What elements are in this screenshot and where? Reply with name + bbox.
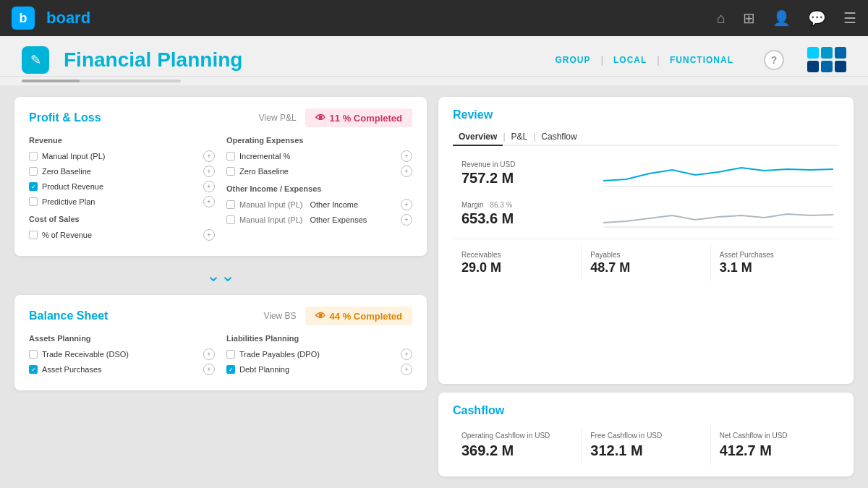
- op-cf-value: 369.2 M: [461, 442, 572, 459]
- pl-item-manual: Manual Input (PL) +: [29, 150, 215, 162]
- pl-label-zero: Zero Baseline: [42, 167, 199, 176]
- margin-label: Margin 86.3 %: [461, 201, 589, 209]
- pl-actions: View P&L 👁 11 % Completed: [259, 108, 412, 127]
- users-icon[interactable]: 👤: [773, 9, 791, 27]
- cb-asset-purchases[interactable]: ✓: [29, 365, 38, 374]
- app-grid: [807, 47, 846, 72]
- cb-zero[interactable]: [29, 167, 38, 176]
- rtab-pl[interactable]: P&L: [506, 129, 534, 145]
- cost-section: Cost of Sales % of Revenue +: [29, 215, 215, 241]
- cashflow-card: Cashflow Operating Cashflow in USD 369.2…: [438, 393, 854, 476]
- tab-local[interactable]: LOCAL: [603, 52, 657, 68]
- bs-view-link[interactable]: View BS: [263, 311, 296, 321]
- bs-label-trade-recv: Trade Receivable (DSO): [42, 350, 199, 359]
- pl-item-revenue-pct: % of Revenue +: [29, 229, 215, 241]
- cb-other-income[interactable]: [226, 200, 235, 209]
- pl-btn-revenue-pct[interactable]: +: [203, 229, 215, 241]
- logo-box: b: [12, 7, 35, 30]
- pl-label-manual: Manual Input (PL): [42, 152, 199, 160]
- bs-item-trade-recv: Trade Receivable (DSO) +: [29, 348, 215, 360]
- bs-item-debt-planning: ✓ Debt Planning +: [226, 364, 412, 375]
- dot-5: [821, 61, 833, 72]
- bs-btn-debt-planning[interactable]: +: [401, 364, 412, 375]
- main-content: Profit & Loss View P&L 👁 11 % Completed …: [0, 85, 868, 488]
- cb-revenue-pct[interactable]: [29, 231, 38, 239]
- scroll-hint: [0, 77, 868, 85]
- pl-btn-other-income[interactable]: +: [401, 199, 412, 210]
- bs-btn-trade-payables[interactable]: +: [401, 348, 412, 360]
- review-tabs: Overview | P&L | Cashflow: [453, 129, 839, 146]
- cb-other-expenses[interactable]: [226, 215, 235, 224]
- tab-functional[interactable]: FUNCTIONAL: [660, 52, 744, 68]
- revenue-metric-label: Revenue in USD: [461, 160, 589, 168]
- nav-icons: ⌂ ⊞ 👤 💬 ☰: [717, 9, 856, 27]
- dot-6: [835, 61, 846, 72]
- cb-trade-payables[interactable]: [226, 350, 235, 359]
- pl-view-link[interactable]: View P&L: [259, 113, 297, 123]
- margin-chart: [597, 195, 839, 233]
- receivables-value: 29.0 M: [461, 260, 572, 275]
- view-tabs: GROUP | LOCAL | FUNCTIONAL: [545, 52, 744, 68]
- payables-metric: Payables 48.7 M: [581, 245, 710, 281]
- pl-btn-product[interactable]: +: [203, 181, 215, 192]
- other-income-section: Other Income / Expenses Manual Input (PL…: [226, 184, 412, 226]
- cb-zero2[interactable]: [226, 167, 235, 176]
- pl-btn-incremental[interactable]: +: [401, 150, 412, 162]
- pl-completed-badge: 👁 11 % Completed: [305, 108, 412, 127]
- revenue-chart-svg: [603, 159, 833, 188]
- pl-btn-zero2[interactable]: +: [401, 166, 412, 177]
- right-panel: Review Overview | P&L | Cashflow Revenue…: [438, 97, 854, 476]
- rtab-cashflow[interactable]: Cashflow: [535, 129, 582, 145]
- margin-row: Margin 86.3 % 653.6 M: [453, 195, 839, 233]
- top-navigation: b board ⌂ ⊞ 👤 💬 ☰: [0, 0, 868, 36]
- bs-btn-asset-purchases[interactable]: +: [203, 364, 215, 375]
- bs-eye-icon: 👁: [315, 310, 326, 322]
- chat-icon[interactable]: 💬: [808, 9, 826, 27]
- pl-label-zero2: Zero Baseline: [239, 167, 396, 176]
- pl-btn-predictive[interactable]: +: [203, 196, 215, 207]
- receivables-label: Receivables: [461, 251, 572, 259]
- cb-incremental[interactable]: [226, 152, 235, 160]
- cb-debt-planning[interactable]: ✓: [226, 365, 235, 374]
- rtab-overview[interactable]: Overview: [453, 129, 503, 146]
- bs-item-trade-payables: Trade Payables (DPO) +: [226, 348, 412, 360]
- home-icon[interactable]: ⌂: [717, 10, 726, 27]
- pl-btn-other-expenses[interactable]: +: [401, 214, 412, 226]
- profit-loss-card: Profit & Loss View P&L 👁 11 % Completed …: [14, 97, 427, 256]
- dot-4: [807, 61, 819, 72]
- pl-label-other-expenses: Other Expenses: [310, 215, 396, 224]
- assets-label: Assets Planning: [29, 334, 215, 343]
- cb-predictive[interactable]: [29, 197, 38, 206]
- pl-item-predictive: Predictive Plan +: [29, 196, 215, 207]
- cb-manual[interactable]: [29, 152, 38, 160]
- bs-completed-pct: 44 % Completed: [330, 311, 402, 322]
- asset-purchases-label: Asset Purchases: [720, 251, 830, 259]
- review-title: Review: [453, 108, 839, 121]
- asset-purchases-metric: Asset Purchases 3.1 M: [710, 245, 839, 281]
- grid-icon[interactable]: ⊞: [743, 9, 755, 27]
- payables-label: Payables: [590, 251, 701, 259]
- tab-group[interactable]: GROUP: [545, 52, 600, 68]
- revenue-row: Revenue in USD 757.2 M: [453, 155, 839, 192]
- menu-icon[interactable]: ☰: [843, 9, 856, 27]
- dot-1: [807, 47, 819, 59]
- pl-btn-manual[interactable]: +: [203, 150, 215, 162]
- cashflow-title: Cashflow: [453, 404, 839, 417]
- net-cf: Net Cashflow in USD 412.7 M: [710, 426, 839, 465]
- net-cf-value: 412.7 M: [720, 442, 830, 459]
- bs-content: Assets Planning Trade Receivable (DSO) +…: [29, 334, 412, 379]
- help-button[interactable]: ?: [764, 50, 784, 70]
- bs-btn-trade-recv[interactable]: +: [203, 348, 215, 360]
- scroll-track[interactable]: [22, 80, 181, 82]
- op-exp-label: Operating Expenses: [226, 136, 412, 145]
- cb-product[interactable]: ✓: [29, 182, 38, 191]
- scroll-thumb: [22, 80, 80, 82]
- payables-value: 48.7 M: [590, 260, 701, 275]
- revenue-label: Revenue: [29, 136, 215, 145]
- bs-label-debt-planning: Debt Planning: [239, 365, 396, 374]
- bs-title: Balance Sheet: [29, 309, 108, 322]
- bs-label-trade-payables: Trade Payables (DPO): [239, 350, 396, 359]
- pl-btn-zero[interactable]: +: [203, 166, 215, 177]
- pl-completed-pct: 11 % Completed: [330, 113, 402, 124]
- cb-trade-recv[interactable]: [29, 350, 38, 359]
